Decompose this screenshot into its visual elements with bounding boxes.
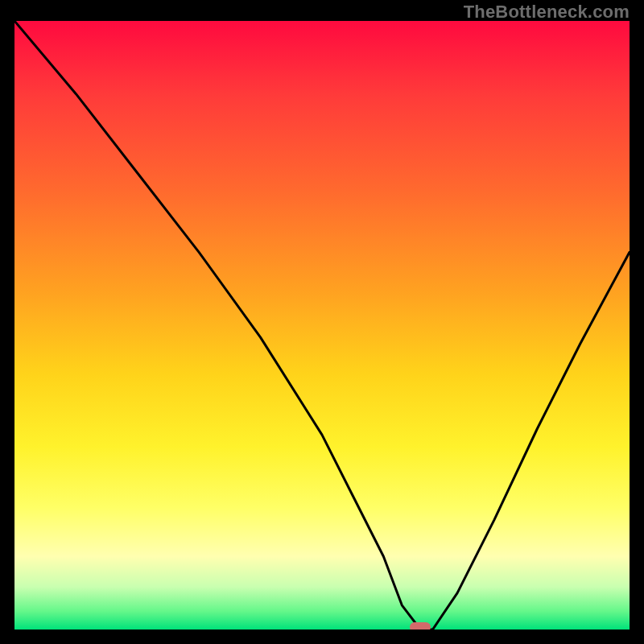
valley-marker bbox=[410, 622, 431, 630]
watermark-text: TheBottleneck.com bbox=[464, 2, 630, 23]
plot-area bbox=[14, 21, 630, 630]
bottleneck-curve bbox=[14, 21, 630, 630]
chart-frame: TheBottleneck.com bbox=[0, 0, 644, 644]
